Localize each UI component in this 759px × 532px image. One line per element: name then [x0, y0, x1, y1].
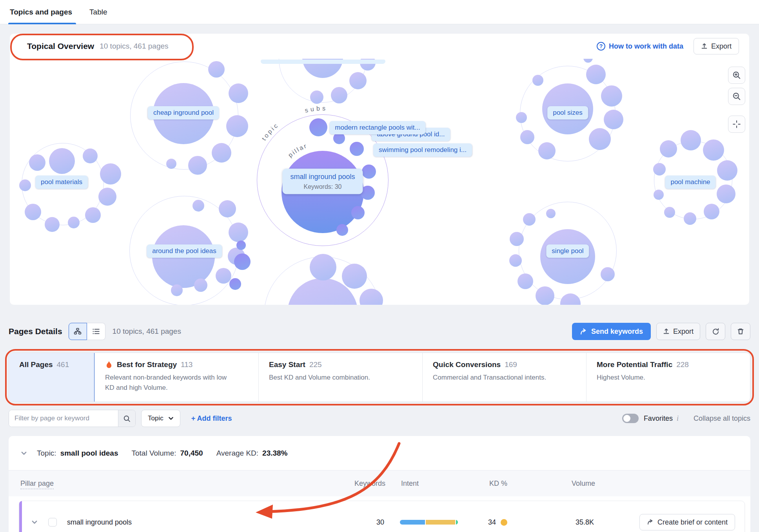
keyword-bubble[interactable]: [342, 264, 367, 289]
keyword-bubble[interactable]: [310, 90, 323, 104]
keyword-bubble[interactable]: [216, 268, 231, 284]
zoom-in-button[interactable]: [728, 67, 745, 84]
keyword-bubble[interactable]: [653, 163, 666, 176]
keyword-bubble[interactable]: [25, 204, 41, 220]
keyword-bubble[interactable]: [536, 286, 554, 305]
keyword-bubble[interactable]: [98, 188, 116, 206]
keyword-bubble[interactable]: [350, 142, 364, 156]
subtopic-tooltip-pill[interactable]: swimming pool remodeling i...: [373, 143, 472, 157]
keyword-bubble[interactable]: [229, 278, 241, 290]
keyword-bubble[interactable]: [219, 200, 236, 217]
keyword-bubble[interactable]: [516, 112, 527, 123]
keyword-bubble[interactable]: [234, 253, 251, 270]
delete-button[interactable]: [731, 323, 750, 340]
keyword-bubble[interactable]: [684, 212, 696, 225]
keyword-bubble[interactable]: [85, 207, 101, 223]
keyword-bubble[interactable]: [336, 224, 348, 236]
keyword-bubble[interactable]: [229, 83, 248, 103]
zoom-out-button[interactable]: [728, 88, 745, 105]
subtopic-tooltip-pill[interactable]: modern rectangle pools wit...: [329, 121, 425, 134]
keyword-bubble[interactable]: [538, 142, 556, 159]
keyword-bubble[interactable]: [68, 217, 80, 228]
keyword-bubble[interactable]: [660, 140, 677, 157]
keyword-bubble[interactable]: [194, 279, 207, 292]
strategy-card-quick-conversions[interactable]: Quick Conversions169Commercial and Trans…: [422, 353, 586, 402]
keyword-bubble[interactable]: [351, 206, 365, 219]
search-input[interactable]: [9, 410, 118, 427]
keyword-bubble[interactable]: [309, 118, 327, 136]
fit-view-button[interactable]: [728, 116, 745, 133]
keyword-bubble[interactable]: [601, 85, 622, 107]
keyword-bubble[interactable]: [349, 72, 367, 89]
topic-label-pill[interactable]: pool sizes: [547, 106, 588, 119]
row-page-name[interactable]: small inground pools: [67, 518, 132, 527]
export-button-bottom[interactable]: Export: [656, 323, 700, 340]
keyword-bubble[interactable]: [100, 163, 121, 185]
keyword-bubble[interactable]: [212, 143, 231, 163]
pillar-page-pill[interactable]: small inground pools Keywords: 30: [282, 169, 363, 194]
export-button-top[interactable]: Export: [694, 38, 739, 54]
refresh-button[interactable]: [706, 323, 725, 340]
keyword-bubble[interactable]: [703, 139, 724, 161]
topic-label-pill[interactable]: pool materials: [35, 176, 88, 189]
send-keywords-button[interactable]: Send keywords: [572, 323, 651, 340]
row-checkbox[interactable]: [48, 518, 57, 527]
keyword-bubble[interactable]: [236, 241, 246, 250]
strategy-card-best-for-strategy[interactable]: Best for Strategy113Relevant non-branded…: [94, 353, 258, 402]
keyword-bubble[interactable]: [601, 267, 615, 281]
keyword-bubble[interactable]: [586, 65, 606, 84]
strategy-card-more-potential-traffic[interactable]: More Potential Traffic228Highest Volume.: [586, 353, 750, 402]
list-view-button[interactable]: [87, 323, 105, 340]
keyword-bubble[interactable]: [362, 165, 376, 179]
row-expand-chevron-icon[interactable]: [31, 519, 38, 526]
keyword-bubble[interactable]: [166, 159, 176, 169]
keyword-bubble[interactable]: [589, 128, 611, 150]
keyword-bubble[interactable]: [520, 130, 534, 144]
keyword-bubble[interactable]: [171, 284, 183, 296]
keyword-bubble[interactable]: [509, 254, 522, 267]
keyword-bubble[interactable]: [717, 160, 737, 181]
topic-group-row[interactable]: Topic: small pool ideas Total Volume: 70…: [9, 436, 750, 470]
topic-label-pill[interactable]: cheap inground pool: [148, 106, 219, 119]
keyword-bubble[interactable]: [583, 59, 593, 63]
topic-label-pill[interactable]: pool machine: [665, 176, 715, 189]
info-icon[interactable]: i: [677, 414, 679, 423]
add-filters-link[interactable]: + Add filters: [191, 414, 232, 423]
topic-label-pill[interactable]: single pool: [546, 244, 589, 258]
keyword-bubble[interactable]: [518, 273, 533, 289]
keyword-bubble[interactable]: [29, 154, 45, 171]
keyword-bubble[interactable]: [654, 190, 664, 200]
keyword-bubble[interactable]: [717, 185, 735, 203]
how-to-work-with-data-link[interactable]: ? How to work with data: [597, 42, 683, 51]
keyword-bubble[interactable]: [704, 204, 719, 219]
keyword-bubble[interactable]: [510, 232, 524, 246]
column-pillar-page[interactable]: Pillar page: [20, 480, 54, 489]
keyword-bubble[interactable]: [49, 148, 75, 174]
keyword-bubble[interactable]: [188, 156, 207, 175]
tab-topics-and-pages[interactable]: Topics and pages: [10, 0, 72, 24]
tab-table[interactable]: Table: [89, 0, 107, 24]
strategy-card-all-pages[interactable]: All Pages461: [9, 353, 94, 402]
keyword-bubble[interactable]: [681, 130, 701, 150]
keyword-bubble[interactable]: [664, 207, 675, 218]
keyword-bubble[interactable]: [226, 115, 248, 137]
keyword-bubble[interactable]: [331, 87, 347, 103]
create-brief-button[interactable]: Create brief or content: [639, 514, 735, 530]
topic-filter-dropdown[interactable]: Topic: [141, 410, 180, 427]
keyword-bubble[interactable]: [229, 223, 248, 242]
keyword-bubble[interactable]: [604, 110, 623, 129]
keyword-bubble[interactable]: [523, 213, 536, 226]
keyword-bubble[interactable]: [83, 148, 98, 163]
keyword-bubble[interactable]: [546, 209, 556, 218]
collapse-all-topics-link[interactable]: Collapse all topics: [694, 414, 750, 423]
keyword-bubble[interactable]: [208, 61, 225, 78]
search-button[interactable]: [118, 410, 135, 427]
collapse-chevron-icon[interactable]: [20, 450, 27, 457]
keyword-bubble[interactable]: [532, 75, 543, 86]
keyword-bubble[interactable]: [192, 200, 204, 212]
keyword-bubble[interactable]: [310, 254, 336, 280]
strategy-card-easy-start[interactable]: Easy Start225Best KD and Volume combinat…: [258, 353, 422, 402]
favorites-toggle[interactable]: [622, 414, 639, 423]
topic-label-pill[interactable]: around the pool ideas: [147, 244, 222, 258]
hierarchy-view-button[interactable]: [69, 323, 87, 340]
